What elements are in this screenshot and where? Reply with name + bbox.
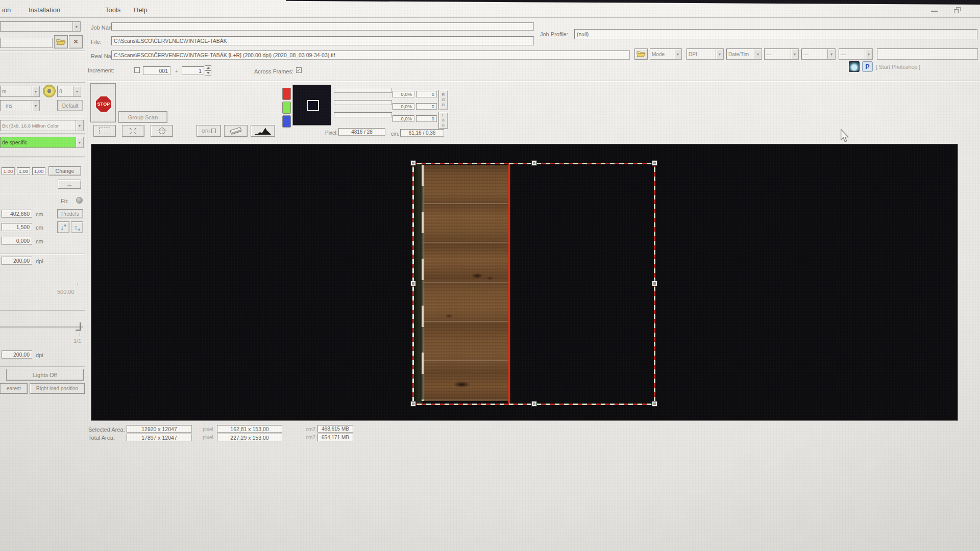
bit-depth-combo[interactable]: Bit (3x8, 16.8 Million Color ▼ bbox=[0, 120, 84, 131]
stepper-up-button[interactable] bbox=[205, 65, 211, 70]
chevron-down-icon[interactable]: ▼ bbox=[754, 49, 762, 59]
percent-field-g[interactable]: 0,0% bbox=[393, 103, 414, 110]
sidebar-top-combo[interactable]: ▼ bbox=[0, 21, 81, 32]
marquee-handle-se[interactable] bbox=[652, 401, 657, 407]
across-frames-checkbox[interactable]: ✓ bbox=[296, 67, 302, 73]
mode-specific-combo[interactable]: de specific ▼ bbox=[0, 137, 84, 148]
right-load-position-button[interactable]: Right load position bbox=[30, 383, 85, 394]
marquee-handle-s[interactable] bbox=[531, 401, 537, 407]
histogram-button[interactable] bbox=[251, 125, 275, 137]
chevron-down-icon[interactable]: ▼ bbox=[76, 120, 83, 131]
lens-combo[interactable]: m ▼ bbox=[0, 86, 40, 97]
chevron-down-icon[interactable]: ▼ bbox=[32, 86, 39, 96]
value-field-g[interactable]: 0 bbox=[416, 103, 437, 110]
job-profile-input[interactable]: (null) bbox=[574, 29, 977, 39]
fit-label: Fit: bbox=[61, 198, 68, 204]
increment-checkbox[interactable] bbox=[134, 67, 140, 73]
filter-combo-5[interactable]: — ▼ bbox=[801, 48, 836, 60]
scale-r-field[interactable]: 1,00 bbox=[2, 167, 15, 175]
restore-icon[interactable] bbox=[954, 7, 961, 14]
chevron-down-icon[interactable]: ▼ bbox=[72, 22, 80, 31]
blue-channel-swatch bbox=[282, 115, 291, 128]
chevron-down-icon[interactable]: ▼ bbox=[32, 101, 39, 111]
chevron-down-icon[interactable]: ▼ bbox=[674, 49, 681, 59]
minimize-icon[interactable] bbox=[931, 11, 938, 12]
scan-boundary-line bbox=[508, 163, 510, 404]
scale-g-field[interactable]: 1,00 bbox=[17, 167, 30, 175]
file-input[interactable]: C:\Scans\ESCO\ČERVENEC\VINTAGE-TABÁK bbox=[111, 36, 534, 45]
predefs-button[interactable]: Predefs bbox=[57, 209, 83, 218]
marquee-handle-sw[interactable] bbox=[410, 401, 416, 407]
exposure-time-combo[interactable]: ms ▼ bbox=[0, 100, 40, 111]
increment-stepper[interactable] bbox=[205, 65, 211, 76]
filter-combo-6[interactable]: — ▼ bbox=[839, 48, 873, 60]
increment-step-input[interactable]: 1 bbox=[182, 66, 204, 75]
marquee-handle-ne[interactable] bbox=[652, 160, 657, 166]
chevron-down-icon[interactable]: ▼ bbox=[76, 137, 83, 147]
menu-item-installation[interactable]: Installation bbox=[29, 6, 60, 14]
job-name-input[interactable] bbox=[111, 22, 534, 31]
dpi-field[interactable]: 200,00 bbox=[2, 257, 32, 265]
default-button[interactable]: Default bbox=[57, 100, 83, 111]
stop-button[interactable]: STOP bbox=[90, 83, 116, 122]
move-down-home-button[interactable]: ↓H bbox=[57, 221, 69, 233]
value-field-b[interactable]: 0 bbox=[416, 115, 437, 122]
marquee-handle-n[interactable] bbox=[531, 160, 537, 166]
swap-direction-button[interactable]: ↔ bbox=[58, 180, 81, 189]
frame-slider-track[interactable] bbox=[0, 327, 83, 328]
value-field-r[interactable]: 0 bbox=[416, 91, 437, 97]
chevron-down-icon[interactable]: ▼ bbox=[716, 49, 723, 59]
ori-button[interactable]: ORI bbox=[197, 125, 221, 137]
filter-text-field[interactable] bbox=[877, 48, 978, 60]
rgb-mode-button[interactable]: R G B bbox=[438, 90, 448, 110]
dpi-filter-combo[interactable]: DPI ▼ bbox=[687, 48, 724, 60]
chevron-down-icon[interactable]: ▼ bbox=[827, 49, 835, 59]
center-target-button[interactable] bbox=[151, 125, 173, 137]
menu-item-help[interactable]: Help bbox=[134, 6, 148, 14]
chevron-down-icon[interactable]: ▼ bbox=[73, 86, 81, 96]
photoshop-icon[interactable]: P bbox=[862, 61, 873, 72]
menu-item-ion[interactable]: ion bbox=[2, 6, 11, 14]
scanned-wood-plank[interactable] bbox=[423, 165, 509, 401]
group-scan-button[interactable]: Group Scan bbox=[118, 111, 167, 123]
mode-filter-combo[interactable]: Mode ▼ bbox=[650, 48, 682, 60]
z-position-field[interactable]: 0,000 bbox=[2, 237, 32, 245]
frame-slider-handle[interactable] bbox=[76, 322, 82, 331]
lab-mode-button[interactable]: L a b bbox=[438, 112, 448, 129]
nearest-button[interactable]: earest bbox=[0, 383, 28, 394]
increment-value-input[interactable]: 001 bbox=[143, 66, 170, 75]
eraser-button[interactable] bbox=[224, 125, 248, 137]
select-area-button[interactable] bbox=[93, 125, 116, 137]
lights-off-button[interactable]: Lights Off bbox=[6, 369, 84, 381]
scale-b-field[interactable]: 1,00 bbox=[32, 167, 45, 175]
marquee-handle-w[interactable] bbox=[410, 281, 416, 286]
percent-field-b[interactable]: 0,0% bbox=[393, 115, 414, 122]
mode-specific-value: de specific bbox=[1, 139, 76, 145]
chevron-down-icon[interactable]: ▼ bbox=[865, 49, 872, 59]
zoom-extents-button[interactable]: ↖↗↙↘ bbox=[122, 125, 144, 137]
viewer-icon[interactable] bbox=[849, 61, 860, 72]
chevron-down-icon[interactable]: ▼ bbox=[791, 49, 798, 59]
open-folder-button[interactable] bbox=[54, 35, 68, 48]
menu-item-tools[interactable]: Tools bbox=[105, 6, 120, 14]
start-photoshop-label[interactable]: [ Start Photoshop ] bbox=[876, 64, 920, 70]
real-name-input[interactable]: C:\Scans\ESCO\ČERVENEC\VINTAGE-TABÁK [L+… bbox=[111, 51, 630, 60]
stepper-down-button[interactable] bbox=[205, 70, 211, 76]
width-field[interactable]: 402,660 bbox=[2, 210, 32, 218]
profile-folder-button[interactable] bbox=[634, 48, 648, 60]
datetime-filter-combo[interactable]: Date/Tim ▼ bbox=[726, 48, 762, 60]
percent-field-r[interactable]: 0,0% bbox=[393, 91, 414, 97]
sidebar-path-field[interactable] bbox=[0, 38, 53, 48]
level-bar-g bbox=[334, 100, 392, 105]
change-button[interactable]: Change bbox=[48, 166, 81, 176]
clear-file-button[interactable]: × bbox=[69, 35, 83, 48]
marquee-handle-e[interactable] bbox=[652, 281, 657, 286]
scan-canvas[interactable] bbox=[91, 144, 958, 421]
aperture-combo[interactable]: 8 ▼ bbox=[57, 86, 81, 97]
cm-position-field: 61,16 / 0,36 bbox=[400, 129, 444, 137]
dpi2-field[interactable]: 200,00 bbox=[2, 350, 32, 359]
move-up-home-button[interactable]: ↑H bbox=[71, 221, 83, 233]
marquee-handle-nw[interactable] bbox=[410, 160, 416, 166]
height-field[interactable]: 1,500 bbox=[2, 223, 32, 231]
filter-combo-4[interactable]: — ▼ bbox=[764, 48, 799, 60]
